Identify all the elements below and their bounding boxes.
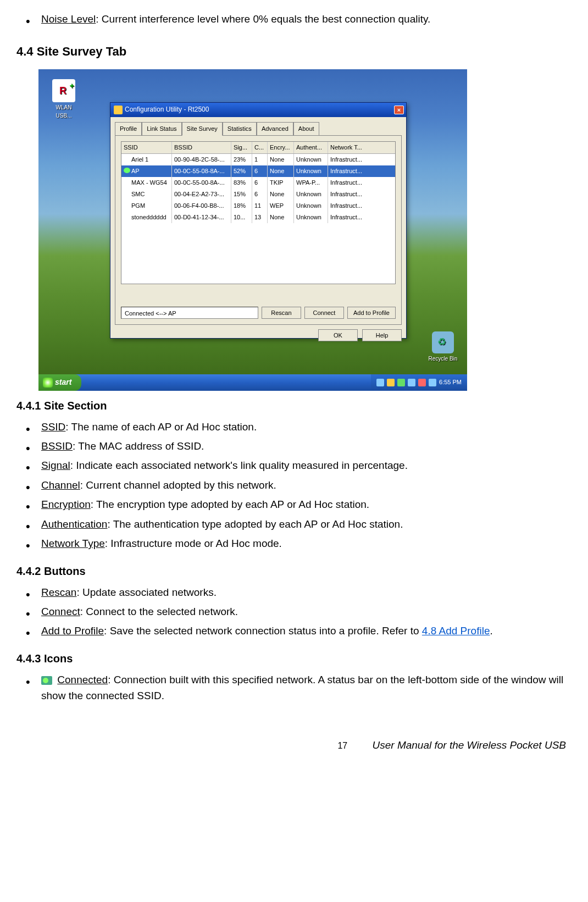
recycle-bin-label: Recycle Bin <box>429 356 458 362</box>
noise-level-label: Noise Level <box>41 13 96 25</box>
table-row[interactable]: PGM00-06-F4-00-B8-...18%11WEPUnknownInfr… <box>121 200 395 212</box>
noise-level-bullet: Noise Level: Current interference level … <box>41 11 572 27</box>
list-item: SSID: The name of each AP or Ad Hoc stat… <box>41 419 572 435</box>
tab-body: SSID BSSID Sig... C... Encry... Authent.… <box>115 135 402 325</box>
system-tray[interactable]: 6:55 PM <box>371 374 467 391</box>
tray-icon[interactable] <box>408 379 415 386</box>
buttons-list: Rescan: Update associated networks.Conne… <box>16 584 572 639</box>
add-to-profile-button[interactable]: Add to Profile <box>347 307 396 319</box>
tab-advanced[interactable]: Advanced <box>257 122 293 136</box>
dialog-titlebar[interactable]: Configuration Utility - Rt2500 × <box>110 103 406 117</box>
list-item: Connect: Connect to the selected network… <box>41 604 572 619</box>
config-utility-dialog: Configuration Utility - Rt2500 × Profile… <box>110 102 407 339</box>
table-row[interactable]: MAX - WG5400-0C-55-00-8A-...83%6TKIPWPA-… <box>121 177 395 189</box>
tray-icon[interactable] <box>387 379 395 386</box>
heading-4-4-1: 4.4.1 Site Section <box>16 397 572 414</box>
close-icon[interactable]: × <box>394 106 404 114</box>
list-item: Channel: Current channel adopted by this… <box>41 477 572 493</box>
noise-level-text: : Current interference level where 0% eq… <box>96 13 430 25</box>
heading-4-4-3: 4.4.3 Icons <box>16 650 572 667</box>
table-row[interactable]: SMC00-04-E2-A2-73-...15%6NoneUnknownInfr… <box>121 189 395 200</box>
col-encryption[interactable]: Encry... <box>268 142 294 153</box>
start-button[interactable]: start <box>38 374 81 391</box>
list-item: Add to Profile: Save the selected networ… <box>41 623 572 639</box>
clock: 6:55 PM <box>439 378 462 387</box>
desktop-wlan-icon[interactable]: WLAN USB... <box>47 79 80 120</box>
col-signal[interactable]: Sig... <box>231 142 252 153</box>
col-auth[interactable]: Authent... <box>294 142 328 153</box>
connected-icon-item: Connected: Connection built with this sp… <box>41 672 572 704</box>
footer-title: User Manual for the Wireless Pocket USB <box>372 739 566 751</box>
network-listview[interactable]: SSID BSSID Sig... C... Encry... Authent.… <box>121 141 396 284</box>
recycle-bin[interactable]: Recycle Bin <box>426 331 459 363</box>
dialog-icon <box>114 106 123 114</box>
list-item: Network Type: Infrastructure mode or Ad … <box>41 535 572 551</box>
col-ssid[interactable]: SSID <box>121 142 172 153</box>
ok-button[interactable]: OK <box>318 329 358 341</box>
dialog-tabs: Profile Link Status Site Survey Statisti… <box>115 121 402 135</box>
connected-text: : Connection built with this specified n… <box>41 674 563 701</box>
wlan-icon-label: WLAN USB... <box>56 104 72 119</box>
wlan-icon <box>52 79 75 102</box>
rescan-button[interactable]: Rescan <box>262 307 301 319</box>
tab-site-survey[interactable]: Site Survey <box>182 122 223 136</box>
col-nettype[interactable]: Network T... <box>328 142 367 153</box>
tray-icon[interactable] <box>418 379 426 386</box>
list-item: Encryption: The encryption type adopted … <box>41 496 572 512</box>
start-label: start <box>55 377 71 389</box>
tray-icon[interactable] <box>429 379 436 386</box>
heading-4-4: 4.4 Site Survey Tab <box>16 42 572 61</box>
connected-label: Connected <box>57 674 108 685</box>
tab-statistics[interactable]: Statistics <box>223 122 257 136</box>
list-item: Signal: Indicate each associated network… <box>41 457 572 473</box>
tab-profile[interactable]: Profile <box>115 122 142 136</box>
site-section-list: SSID: The name of each AP or Ad Hoc stat… <box>16 419 572 552</box>
col-bssid[interactable]: BSSID <box>172 142 231 153</box>
dialog-bottom-buttons: OK Help <box>115 329 402 341</box>
status-field: Connected <--> AP <box>121 307 258 319</box>
site-survey-screenshot: WLAN USB... Configuration Utility - Rt25… <box>38 69 467 391</box>
add-profile-link[interactable]: 4.8 Add Profile <box>422 625 490 637</box>
help-button[interactable]: Help <box>362 329 402 341</box>
tab-link-status[interactable]: Link Status <box>142 122 181 136</box>
page-number: 17 <box>337 741 347 750</box>
icons-list: Connected: Connection built with this sp… <box>16 672 572 704</box>
connect-button[interactable]: Connect <box>304 307 344 319</box>
list-item: BSSID: The MAC address of SSID. <box>41 438 572 454</box>
tray-icon[interactable] <box>376 379 384 386</box>
tray-icon[interactable] <box>397 379 405 386</box>
col-channel[interactable]: C... <box>252 142 268 153</box>
heading-4-4-2: 4.4.2 Buttons <box>16 563 572 580</box>
list-item: Authentication: The authentication type … <box>41 516 572 532</box>
list-item: Rescan: Update associated networks. <box>41 584 572 600</box>
page-footer: 17 User Manual for the Wireless Pocket U… <box>16 737 572 753</box>
taskbar: start 6:55 PM <box>38 374 467 391</box>
table-row[interactable]: Ariel 100-90-4B-2C-58-...23%1NoneUnknown… <box>121 154 395 165</box>
tab-about[interactable]: About <box>293 122 319 136</box>
dialog-title-text: Configuration Utility - Rt2500 <box>125 104 209 115</box>
status-row: Connected <--> AP Rescan Connect Add to … <box>121 307 396 319</box>
connected-icon <box>41 676 52 685</box>
table-row[interactable]: AP00-0C-55-08-8A-...52%6NoneUnknownInfra… <box>121 165 395 177</box>
table-row[interactable]: stonedddddd00-D0-41-12-34-...10...13None… <box>121 212 395 223</box>
listview-header[interactable]: SSID BSSID Sig... C... Encry... Authent.… <box>121 142 395 154</box>
recycle-bin-icon <box>432 331 454 353</box>
